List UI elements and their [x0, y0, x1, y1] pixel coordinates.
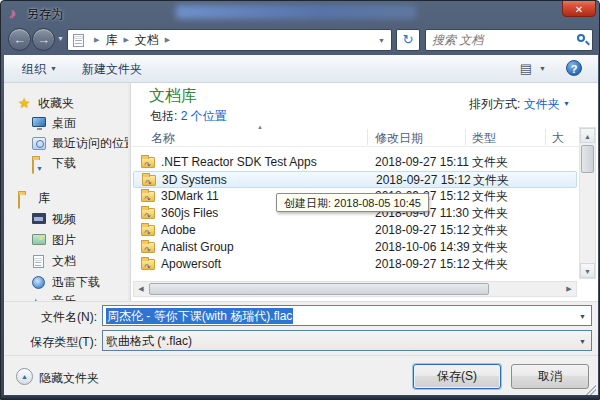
- new-folder-button[interactable]: 新建文件夹: [82, 61, 142, 78]
- folder-icon: [141, 157, 155, 168]
- collapse-up-icon[interactable]: ▲: [16, 368, 33, 385]
- search-icon[interactable]: [577, 34, 585, 42]
- command-toolbar: 组织▼ 新建文件夹 ▤ ▼ ?: [4, 55, 598, 83]
- chevron-right-icon[interactable]: ▶: [117, 36, 134, 44]
- locations-link[interactable]: 2 个位置: [181, 109, 227, 123]
- pictures-icon: [32, 234, 46, 245]
- column-type[interactable]: 类型: [472, 130, 496, 147]
- help-icon[interactable]: ?: [566, 60, 582, 76]
- search-input[interactable]: [432, 32, 567, 48]
- scroll-left-icon[interactable]: ◀: [134, 282, 148, 296]
- cancel-button[interactable]: 取消: [511, 364, 589, 389]
- arrange-by[interactable]: 排列方式: 文件夹 ▼: [469, 96, 570, 113]
- filename-label: 文件名(N):: [9, 309, 97, 326]
- window-frame-bottom: [1, 395, 599, 399]
- sidebar-item-favorites[interactable]: ★ 收藏夹: [4, 94, 128, 113]
- close-button[interactable]: ✕: [562, 0, 596, 17]
- music-note-icon: ♪: [9, 6, 22, 20]
- column-size[interactable]: 大: [552, 130, 564, 147]
- history-dropdown-icon[interactable]: ▼: [57, 35, 64, 42]
- blurred-parent-title: [176, 5, 416, 19]
- chevron-down-icon[interactable]: ▼: [579, 313, 586, 320]
- recent-places-icon: [32, 137, 46, 150]
- column-date-modified[interactable]: 修改日期: [375, 130, 423, 147]
- views-icon[interactable]: ▤: [520, 61, 532, 76]
- file-date: 2018-10-06 14:39: [375, 239, 470, 256]
- folder-icon: [141, 259, 155, 270]
- views-dropdown-icon[interactable]: ▼: [539, 65, 546, 72]
- file-date: 2018-09-27 15:12: [375, 256, 470, 273]
- sort-ascending-icon: ▲: [257, 124, 263, 130]
- chevron-down-icon[interactable]: ▼: [579, 338, 586, 345]
- filename-value[interactable]: 周杰伦 - 等你下课(with 杨瑞代).flac: [106, 308, 293, 324]
- file-date: 2018-09-27 15:12: [375, 222, 470, 239]
- refresh-button[interactable]: ↻: [396, 29, 420, 51]
- vertical-scroll-thumb[interactable]: [581, 145, 594, 173]
- sidebar-item-libraries[interactable]: 库: [4, 189, 128, 208]
- file-name: 3DMark 11: [161, 188, 219, 205]
- horizontal-scroll-thumb[interactable]: [149, 283, 489, 295]
- scroll-up-icon[interactable]: ▲: [580, 128, 595, 143]
- sidebar-item-desktop[interactable]: 桌面: [4, 114, 128, 133]
- column-headers: ▲ 名称 修改日期 类型 大: [131, 127, 579, 147]
- forward-button[interactable]: →: [32, 28, 55, 51]
- address-bar: ← → ▼ ▶ 库 ▶ 文档 ▶ ▼ ↻: [1, 25, 599, 55]
- vertical-scrollbar[interactable]: ▲ ▼: [579, 127, 596, 279]
- folder-icon: [142, 175, 156, 186]
- back-button[interactable]: ←: [8, 28, 31, 51]
- resize-grip[interactable]: [586, 385, 596, 395]
- file-type: 文件夹: [473, 172, 509, 189]
- chevron-right-icon[interactable]: ▶: [159, 36, 176, 44]
- sidebar-item-thunder-downloads[interactable]: 迅雷下载: [4, 273, 128, 292]
- folder-icon: [141, 242, 155, 253]
- organize-menu[interactable]: 组织▼: [22, 61, 57, 78]
- filetype-value: 歌曲格式 (*.flac): [106, 333, 192, 349]
- sidebar-item-documents[interactable]: 文档: [4, 252, 128, 271]
- search-box[interactable]: [425, 29, 593, 51]
- address-dropdown-icon[interactable]: ▼: [378, 37, 391, 44]
- folder-icon: [141, 208, 155, 219]
- file-type: 文件夹: [472, 188, 508, 205]
- table-row[interactable]: Apowersoft 2018-09-27 15:12 文件夹: [133, 256, 577, 273]
- filename-input[interactable]: 周杰伦 - 等你下课(with 杨瑞代).flac ▼: [102, 305, 592, 326]
- scroll-right-icon[interactable]: ▶: [562, 282, 576, 296]
- sidebar-item-videos[interactable]: 视频: [4, 210, 128, 229]
- sidebar-item-downloads[interactable]: 下载: [4, 154, 128, 173]
- navigation-pane: ★ 收藏夹 桌面 最近访问的位置 下载 库 视频: [4, 83, 128, 301]
- downloads-folder-icon: [32, 158, 34, 174]
- dialog-footer: ▲ 隐藏文件夹 保存(S) 取消: [4, 355, 598, 397]
- file-type: 文件夹: [472, 222, 508, 239]
- folder-icon: [141, 191, 155, 202]
- table-row-selected[interactable]: 3D Systems 2018-09-27 15:12 文件夹: [133, 171, 577, 188]
- dialog-body: 组织▼ 新建文件夹 ▤ ▼ ? ★ 收藏夹 桌面 最近访问的位置 下载: [4, 55, 598, 397]
- save-button[interactable]: 保存(S): [413, 364, 501, 389]
- file-name: Apowersoft: [161, 256, 221, 273]
- thunder-icon: [32, 276, 45, 289]
- library-includes: 包括: 2 个位置: [150, 108, 227, 125]
- breadcrumb-item-libraries[interactable]: 库: [105, 32, 117, 49]
- file-list-pane: 文档库 包括: 2 个位置 排列方式: 文件夹 ▼ ▲ 名称 修改日期 类型 大: [131, 83, 598, 301]
- breadcrumb-item-documents[interactable]: 文档: [135, 32, 159, 49]
- table-row[interactable]: Adobe 2018-09-27 15:12 文件夹: [133, 222, 577, 239]
- horizontal-scrollbar[interactable]: ◀ ▶: [133, 281, 577, 297]
- file-name: .NET Reactor SDK Test Apps: [161, 154, 317, 171]
- file-date: 2018-09-27 15:12: [376, 172, 471, 189]
- table-row[interactable]: .NET Reactor SDK Test Apps 2018-09-27 15…: [133, 154, 577, 171]
- location-icon: [73, 34, 84, 47]
- breadcrumb[interactable]: ▶ 库 ▶ 文档 ▶ ▼: [67, 29, 392, 51]
- filetype-select[interactable]: 歌曲格式 (*.flac) ▼: [102, 330, 592, 351]
- sidebar-item-pictures[interactable]: 图片: [4, 231, 128, 250]
- scroll-down-icon[interactable]: ▼: [580, 263, 595, 278]
- title-bar[interactable]: ♪ 另存为 ✕: [1, 1, 599, 25]
- hide-folders-button[interactable]: 隐藏文件夹: [39, 370, 99, 387]
- file-date: 2018-09-27 15:11: [375, 154, 469, 171]
- window-title: 另存为: [27, 6, 63, 23]
- library-icon: [18, 193, 20, 209]
- filename-section: 文件名(N): 周杰伦 - 等你下课(with 杨瑞代).flac ▼ 保存类型…: [4, 301, 598, 355]
- table-row[interactable]: Analist Group 2018-10-06 14:39 文件夹: [133, 239, 577, 256]
- column-name[interactable]: 名称: [151, 130, 175, 147]
- sidebar-item-music[interactable]: ♪ 音乐: [4, 292, 128, 301]
- videos-icon: [32, 213, 46, 224]
- sidebar-item-recent-places[interactable]: 最近访问的位置: [4, 134, 128, 153]
- file-type: 文件夹: [472, 256, 508, 273]
